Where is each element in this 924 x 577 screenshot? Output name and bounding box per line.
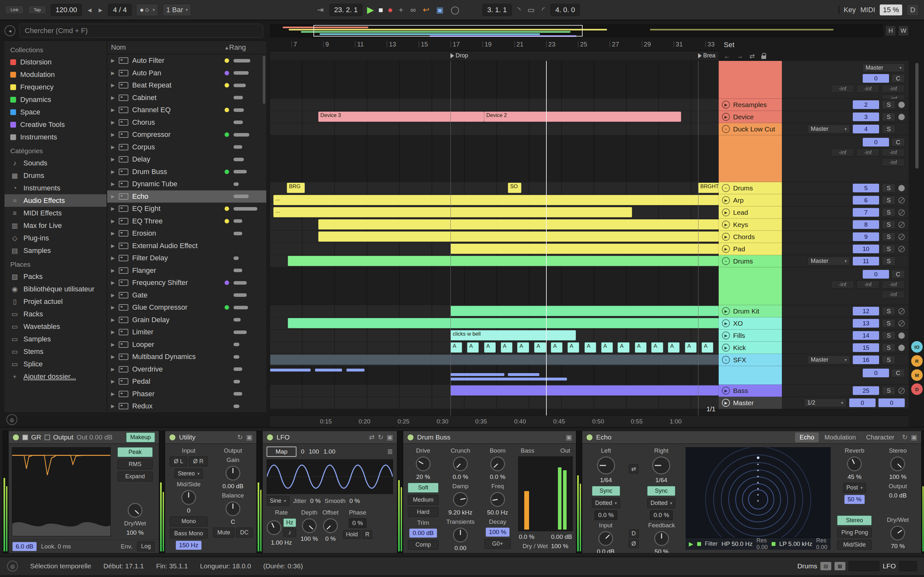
gain-value[interactable]: 0.00 dB: [222, 483, 244, 490]
map-min-value[interactable]: 0: [301, 448, 304, 455]
track-header-drum-kit[interactable]: ▶Drum Kit: [719, 305, 782, 318]
clip-lane[interactable]: [270, 354, 719, 366]
solo-button[interactable]: S: [882, 319, 895, 327]
track-number[interactable]: 12: [853, 307, 879, 316]
save-preset-icon[interactable]: ▣: [246, 434, 252, 441]
track-header-lead[interactable]: ▶Lead: [719, 206, 782, 219]
drywet-value[interactable]: 100 %: [551, 543, 568, 550]
mode-midside-button[interactable]: Mid/Side: [837, 540, 872, 550]
phase-button[interactable]: Ø: [628, 540, 639, 548]
bar-number[interactable]: 21: [514, 41, 523, 47]
out-gain-value[interactable]: Out 0.00 dB: [77, 434, 113, 441]
sidebar-item-instruments[interactable]: ◔Instruments: [5, 182, 107, 194]
unfold-icon[interactable]: ≈: [722, 356, 730, 364]
overview-viewport[interactable]: [313, 25, 583, 37]
locator-drop[interactable]: Drop: [451, 52, 468, 59]
clip-lane[interactable]: Device 3Device 2: [270, 111, 719, 123]
solo-button[interactable]: S: [882, 343, 895, 352]
unfold-icon[interactable]: ≈: [722, 257, 730, 265]
device-activator-icon[interactable]: [13, 434, 19, 441]
disclosure-icon[interactable]: ▶: [111, 329, 119, 335]
solo-button[interactable]: S: [882, 196, 895, 205]
width-value[interactable]: 0: [187, 507, 191, 514]
left-time-value[interactable]: 1/64: [600, 477, 612, 484]
track-number[interactable]: 2: [853, 100, 879, 109]
list-item-frequency-shifter[interactable]: ▶Frequency Shifter: [107, 277, 266, 289]
track-header-pad[interactable]: ▶Pad: [719, 243, 782, 255]
boom-note-button[interactable]: G0+: [485, 539, 511, 549]
mute-button[interactable]: Mute: [213, 528, 234, 538]
clip-[interactable]: ...: [273, 195, 719, 205]
clip-a[interactable]: A: [484, 342, 496, 353]
tab-character[interactable]: Character: [862, 432, 899, 442]
arm-button[interactable]: [898, 114, 905, 120]
clip-lane[interactable]: AAAAAAAAAAAAAAAA: [270, 342, 719, 354]
stereo-width-knob[interactable]: [890, 456, 905, 471]
track-header-duck-low-cut[interactable]: ≈Duck Low Cut: [719, 123, 782, 135]
sidebar-item-splice[interactable]: ▭Splice: [5, 358, 107, 370]
play-icon[interactable]: ▶: [722, 343, 730, 351]
midi-map-button[interactable]: MIDI: [861, 6, 875, 14]
channel-mode-menu[interactable]: Stereo▾: [174, 469, 203, 479]
trim-value[interactable]: 0.00 dB: [409, 529, 437, 538]
solo-button[interactable]: S: [882, 245, 895, 253]
solo-button[interactable]: S: [882, 100, 895, 109]
disclosure-icon[interactable]: ▶: [111, 132, 119, 137]
drywet-value[interactable]: 70 %: [891, 543, 905, 550]
track-number[interactable]: 11: [853, 257, 879, 266]
save-preset-icon[interactable]: ▣: [387, 434, 393, 441]
link-button[interactable]: Link: [5, 5, 24, 14]
toggle-io[interactable]: IO: [911, 341, 923, 353]
hot-swap-icon[interactable]: ↻: [237, 434, 243, 441]
fit-width-button[interactable]: W: [898, 26, 909, 36]
stereo-width-value[interactable]: 100 %: [889, 474, 906, 480]
expand-button[interactable]: Expand: [118, 472, 153, 482]
track-number[interactable]: 14: [853, 331, 879, 340]
phase-right-button[interactable]: Ø R: [189, 456, 208, 466]
track-number[interactable]: 9: [853, 232, 879, 241]
filter-label[interactable]: Filter: [705, 540, 718, 547]
feedback-knob[interactable]: [654, 531, 669, 546]
sidebar-item-biblioth-que-utilisateur[interactable]: ◉Bibliothèque utilisateur: [5, 283, 107, 295]
column-rang[interactable]: Rang: [229, 43, 262, 52]
disclosure-icon[interactable]: ▶: [111, 379, 119, 384]
send-level[interactable]: -inf: [882, 148, 905, 156]
clip-lane[interactable]: BRGSOBRGHT: [270, 182, 719, 194]
routing-menu[interactable]: Master▾: [863, 63, 905, 72]
map-amount-value[interactable]: 1.00: [323, 448, 335, 455]
solo-button[interactable]: S: [882, 220, 895, 229]
log-button[interactable]: Log: [137, 542, 155, 551]
list-item-eq-eight[interactable]: ▶EQ Eight: [107, 203, 266, 215]
retrigger-button[interactable]: R: [362, 530, 372, 539]
boom-value[interactable]: 0.0 %: [490, 474, 506, 480]
disclosure-icon[interactable]: ▶: [111, 366, 119, 372]
track-number[interactable]: 10: [853, 245, 879, 253]
disclosure-icon[interactable]: ▶: [111, 58, 119, 63]
arm-button[interactable]: [898, 210, 905, 216]
drywet-knob[interactable]: [890, 526, 905, 540]
drum-buss-title-bar[interactable]: Drum Buss ▣: [403, 431, 576, 444]
tap-tempo-button[interactable]: Tap: [28, 5, 46, 14]
play-icon[interactable]: ▶: [722, 332, 730, 340]
vertical-scrollbar[interactable]: [915, 63, 919, 169]
list-item-chorus[interactable]: ▶Chorus: [107, 116, 266, 129]
hold-button[interactable]: Hold: [343, 530, 360, 539]
clip-lane[interactable]: [270, 123, 719, 135]
disclosure-icon[interactable]: ▶: [111, 107, 119, 113]
depth-knob[interactable]: [302, 518, 317, 533]
column-nom[interactable]: Nom: [111, 43, 126, 52]
solo-button[interactable]: S: [882, 232, 895, 241]
time-ruler[interactable]: 0:150:200:250:300:350:400:450:500:551:00: [270, 416, 719, 427]
peak-button[interactable]: Peak: [118, 447, 153, 457]
play-icon[interactable]: ▶: [722, 196, 730, 204]
clip-preview-box[interactable]: [849, 561, 879, 571]
bar-number[interactable]: 29: [642, 41, 651, 47]
device-activator-icon[interactable]: [586, 434, 593, 441]
record-button[interactable]: ●: [388, 5, 393, 15]
sidebar-item-samples[interactable]: ▭Samples: [5, 333, 107, 345]
pan-box[interactable]: C: [891, 138, 905, 147]
automation-arm-icon[interactable]: ∞: [409, 5, 417, 15]
track-header-master[interactable]: ▶Master: [719, 397, 782, 409]
damp-knob[interactable]: [453, 492, 468, 507]
arm-button[interactable]: [898, 320, 905, 327]
